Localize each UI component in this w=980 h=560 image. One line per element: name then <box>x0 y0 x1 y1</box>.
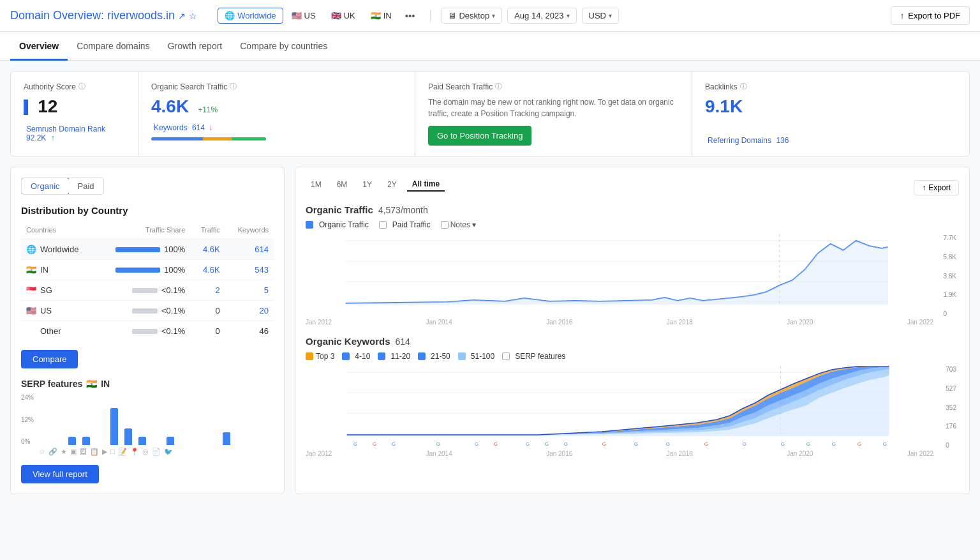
svg-marker-5 <box>346 241 888 305</box>
compare-button[interactable]: Compare <box>21 350 78 368</box>
upload-icon: ↑ <box>922 183 926 192</box>
more-geo-button[interactable]: ••• <box>400 8 420 24</box>
keywords-value[interactable]: 614 <box>225 239 274 260</box>
legend-notes[interactable]: Notes ▾ <box>441 220 476 229</box>
svg-text:G: G <box>704 441 708 447</box>
traffic-chart-svg <box>306 234 940 317</box>
export-pdf-button[interactable]: ↑ Export to PDF <box>891 6 970 25</box>
time-1y[interactable]: 1Y <box>357 178 377 191</box>
time-2y[interactable]: 2Y <box>382 178 402 191</box>
serp-icon: 📋 <box>90 448 99 456</box>
serp-bar <box>82 437 90 445</box>
keywords-value[interactable]: 5 <box>225 280 274 301</box>
currency-dropdown[interactable]: USD ▾ <box>582 8 619 24</box>
time-1m[interactable]: 1M <box>306 178 327 191</box>
star-icon[interactable]: ☆ <box>189 11 197 21</box>
serp-bar <box>138 437 146 445</box>
date-dropdown[interactable]: Aug 14, 2023 ▾ <box>507 8 576 24</box>
x-axis-labels: Jan 2012 Jan 2014 Jan 2016 Jan 2018 Jan … <box>306 450 959 457</box>
top-bar-left: Domain Overview: riverwoods.in ↗ ☆ 🌐 Wor… <box>10 8 619 24</box>
info-icon[interactable]: ⓘ <box>495 82 502 91</box>
serp-icon: ☆ <box>39 448 45 456</box>
y-label: 352 <box>946 404 956 411</box>
serp-icon: ▶ <box>102 448 107 456</box>
checkbox-filled-icon <box>418 352 426 360</box>
keywords-value[interactable]: 20 <box>225 301 274 321</box>
backlinks-value: 9.1K <box>705 96 743 116</box>
top-bar: Domain Overview: riverwoods.in ↗ ☆ 🌐 Wor… <box>0 0 980 32</box>
arrow-down-icon: ↓ <box>209 123 212 132</box>
uk-flag: 🇬🇧 <box>331 11 341 20</box>
toggle-paid-btn[interactable]: Paid <box>69 178 103 194</box>
time-6m[interactable]: 6M <box>332 178 353 191</box>
tab-overview[interactable]: Overview <box>10 32 68 61</box>
traffic-bar <box>132 308 158 314</box>
organic-keywords-count: 614 <box>396 337 410 347</box>
x-axis-labels: Jan 2012 Jan 2014 Jan 2016 Jan 2018 Jan … <box>306 319 959 326</box>
serp-title-text: SERP features <box>21 379 82 389</box>
serp-features-section: SERP features 🇮🇳 IN 24% 12% 0% <box>21 379 274 483</box>
device-dropdown[interactable]: 🖥 Desktop ▾ <box>441 8 502 24</box>
serp-icon: ▣ <box>70 448 77 456</box>
geo-tab-worldwide[interactable]: 🌐 Worldwide <box>218 8 283 24</box>
legend-serp-features[interactable]: SERP features <box>502 352 565 361</box>
svg-text:G: G <box>634 441 638 447</box>
organic-keywords-title: Organic Keywords <box>306 336 390 347</box>
traffic-value: 4.6K <box>190 260 225 280</box>
svg-text:G: G <box>743 441 746 447</box>
geo-tab-in[interactable]: 🇮🇳 IN <box>364 8 399 24</box>
go-to-position-tracking-button[interactable]: Go to Position Tracking <box>428 126 531 146</box>
svg-text:G: G <box>883 441 887 447</box>
info-icon[interactable]: ⓘ <box>230 82 237 91</box>
serp-icon: 🖼 <box>80 448 87 456</box>
organic-traffic-trend: +11% <box>198 105 218 114</box>
time-all[interactable]: All time <box>407 178 445 192</box>
legend-organic[interactable]: Organic Traffic <box>306 220 369 229</box>
legend-51-100[interactable]: 51-100 <box>458 352 494 361</box>
country-name-text: Other <box>40 326 61 336</box>
tab-compare-countries[interactable]: Compare by countries <box>231 32 336 61</box>
bar-seg-blue <box>151 137 203 140</box>
serp-icon: 📄 <box>152 448 161 456</box>
keywords-bar <box>151 137 266 140</box>
paid-search-card: Paid Search Traffic ⓘ The domain may be … <box>415 72 692 156</box>
checkbox-filled-icon <box>306 221 313 229</box>
geo-tab-uk[interactable]: 🇬🇧 UK <box>324 8 362 24</box>
tab-compare-domains[interactable]: Compare domains <box>68 32 158 61</box>
view-full-report-button[interactable]: View full report <box>21 465 99 483</box>
y-label-24: 24% <box>21 394 34 401</box>
external-link-icon[interactable]: ↗ <box>178 11 186 21</box>
col-keywords: Keywords <box>225 223 274 239</box>
chevron-down-icon: ▾ <box>609 12 612 19</box>
y-label: 0 <box>943 310 956 317</box>
traffic-bar <box>115 247 160 252</box>
toggle-group: Organic Paid <box>21 178 104 195</box>
toggle-organic-btn[interactable]: Organic <box>21 178 70 195</box>
serp-icon: 🐦 <box>164 448 173 456</box>
legend-paid[interactable]: Paid Traffic <box>379 220 431 229</box>
organic-traffic-title: Organic Traffic <box>306 204 373 215</box>
serp-bar <box>167 437 174 445</box>
keywords-value[interactable]: 543 <box>225 260 274 280</box>
legend-21-50[interactable]: 21-50 <box>418 352 450 361</box>
main-content: Authority Score ⓘ ▌ 12 Semrush Domain Ra… <box>0 61 980 504</box>
y-label: 1.9K <box>943 291 956 298</box>
legend-4-10[interactable]: 4-10 <box>342 352 370 361</box>
svg-text:G: G <box>392 441 396 447</box>
us-flag: 🇺🇸 <box>292 11 302 20</box>
geo-tab-us[interactable]: 🇺🇸 US <box>285 8 323 24</box>
in-flag: 🇮🇳 <box>371 11 381 20</box>
desktop-icon: 🖥 <box>448 11 456 20</box>
svg-text:G: G <box>436 441 440 447</box>
legend-top3[interactable]: Top 3 <box>306 352 334 361</box>
y-label: 3.8K <box>943 273 956 280</box>
info-icon[interactable]: ⓘ <box>78 82 85 91</box>
export-button[interactable]: ↑ Export <box>914 180 959 195</box>
domain-name[interactable]: riverwoods.in <box>107 9 175 22</box>
country-table: Countries Traffic Share Traffic Keywords… <box>21 223 274 341</box>
info-icon[interactable]: ⓘ <box>740 82 747 91</box>
svg-text:G: G <box>545 441 549 447</box>
tab-growth-report[interactable]: Growth report <box>159 32 232 61</box>
legend-11-20[interactable]: 11-20 <box>378 352 410 361</box>
nav-tabs: Overview Compare domains Growth report C… <box>0 32 980 61</box>
